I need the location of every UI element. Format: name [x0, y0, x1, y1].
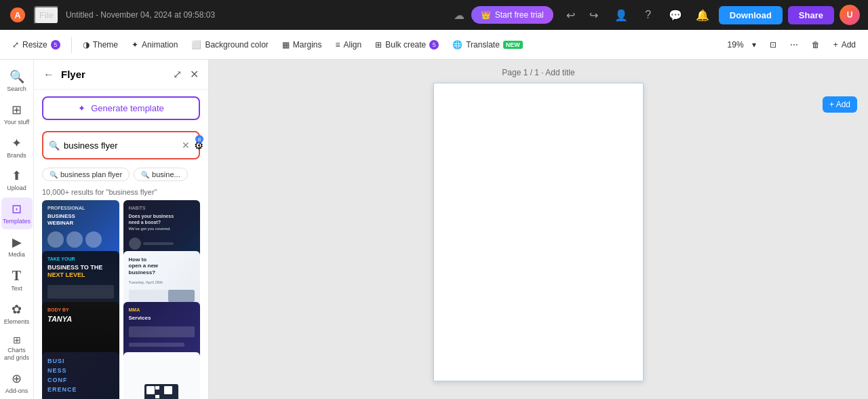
- background-color-button[interactable]: ⬜ Background color: [186, 37, 273, 53]
- margins-button[interactable]: ▦ Margins: [277, 37, 328, 53]
- toolbar-divider-1: [71, 37, 72, 53]
- account-button[interactable]: 👤: [610, 4, 632, 26]
- sidebar-item-elements[interactable]: ✿ Elements: [1, 298, 33, 330]
- suggestion-chip-1[interactable]: 🔍 business plan flyer: [42, 168, 130, 181]
- panel-back-button[interactable]: ←: [42, 67, 56, 82]
- chip-search-icon-2: 🔍: [141, 171, 149, 178]
- theme-icon: ◑: [83, 40, 90, 50]
- redo-button[interactable]: ↪: [583, 4, 605, 26]
- panel-header: ← Flyer ⤢ ✕: [34, 60, 208, 90]
- topbar: A File Untitled - November 04, 2024 at 0…: [0, 0, 868, 30]
- crown-icon: 👑: [481, 10, 491, 20]
- resize-badge: 5: [51, 40, 60, 50]
- generate-template-button[interactable]: ✦ Generate template: [42, 96, 200, 120]
- templates-panel: ← Flyer ⤢ ✕ ✦ Generate template 🔍 ✕ ⚙ 8: [34, 60, 209, 399]
- resize-button[interactable]: ⤢ Resize 5: [7, 37, 66, 53]
- align-icon: ≡: [336, 40, 340, 50]
- share-button[interactable]: Share: [788, 6, 834, 24]
- templates-grid: PROFESSIONAL BUSINESSWEBINAR FREE HABI: [34, 200, 208, 399]
- search-area: 🔍 ✕ ⚙ 8: [34, 127, 208, 164]
- brands-icon: ✦: [12, 136, 22, 151]
- your-stuff-icon: ⊞: [12, 102, 22, 117]
- cloud-sync-icon[interactable]: ☁: [454, 9, 465, 22]
- translate-icon: 🌐: [452, 40, 462, 50]
- main-layout: 🔍 Search ⊞ Your stuff ✦ Brands ⬆ Upload …: [0, 60, 868, 399]
- topbar-actions: ↩ ↪ 👤 ? 💬 🔔 Download Share U: [560, 4, 860, 26]
- translate-button[interactable]: 🌐 Translate NEW: [447, 37, 528, 53]
- generate-icon: ✦: [78, 103, 85, 113]
- page-label: Page 1 / 1 · Add title: [502, 68, 574, 77]
- resize-icon: ⤢: [12, 40, 19, 50]
- theme-button[interactable]: ◑ Theme: [77, 37, 123, 53]
- file-menu[interactable]: File: [34, 6, 59, 24]
- download-button[interactable]: Download: [719, 6, 783, 24]
- search-box: 🔍 ✕ ⚙ 8: [42, 131, 200, 159]
- suggestion-chip-2[interactable]: 🔍 busine...: [134, 168, 188, 181]
- elements-icon: ✿: [12, 302, 22, 317]
- sidebar-item-search[interactable]: 🔍 Search: [1, 65, 33, 97]
- search-icon: 🔍: [9, 69, 24, 84]
- search-clear-button[interactable]: ✕: [182, 140, 190, 151]
- media-icon: ▶: [12, 235, 22, 250]
- svg-text:A: A: [14, 10, 21, 20]
- chip-search-icon: 🔍: [50, 171, 58, 178]
- results-count: 10,000+ results for "business flyer": [34, 185, 208, 200]
- editor-toolbar: ⤢ Resize 5 ◑ Theme ✦ Animation ⬜ Backgro…: [0, 30, 868, 60]
- avatar[interactable]: U: [840, 5, 860, 25]
- canvas-add-button[interactable]: + Add: [823, 96, 857, 113]
- sidebar-item-upload[interactable]: ⬆ Upload: [1, 164, 33, 196]
- sidebar-item-your-stuff[interactable]: ⊞ Your stuff: [1, 98, 33, 130]
- add-button[interactable]: + Add: [828, 37, 861, 53]
- templates-icon: ⊡: [12, 202, 22, 216]
- sidebar-item-templates[interactable]: ⊡ Templates: [1, 197, 33, 229]
- sidebar-item-text[interactable]: T Text: [1, 264, 33, 297]
- document-title: Untitled - November 04, 2024 at 09:58:03: [66, 10, 447, 20]
- template-card[interactable]: BUSI NESS CONF ERENCE FREE: [42, 352, 119, 399]
- filter-count-badge: 8: [195, 135, 203, 143]
- sidebar-item-brands[interactable]: ✦ Brands: [1, 132, 33, 164]
- more-options-button[interactable]: ⋯: [785, 37, 804, 53]
- template-card[interactable]: Scan QR Code FREE: [123, 352, 201, 399]
- bulk-icon: ⊞: [375, 40, 382, 50]
- undo-button[interactable]: ↩: [560, 4, 582, 26]
- zoom-level: 19%: [728, 40, 744, 50]
- comments-button[interactable]: 💬: [665, 4, 686, 26]
- search-filter-button[interactable]: ⚙ 8: [194, 135, 203, 155]
- animation-icon: ✦: [132, 40, 138, 50]
- plus-icon: +: [833, 40, 838, 50]
- search-magnifier-icon: 🔍: [49, 140, 60, 151]
- toolbar-right: ⊡ ⋯ 🗑 + Add: [764, 37, 861, 53]
- margins-icon: ▦: [282, 40, 290, 50]
- sidebar-item-addons[interactable]: ⊕ Add-ons: [1, 367, 33, 399]
- panel-expand-button[interactable]: ⤢: [172, 66, 183, 82]
- start-trial-button[interactable]: 👑 Start free trial: [471, 6, 553, 24]
- align-button[interactable]: ≡ Align: [330, 37, 368, 53]
- sidebar-item-charts[interactable]: ⊞ Charts and grids: [1, 330, 33, 366]
- suggestions-row: 🔍 business plan flyer 🔍 busine...: [34, 164, 208, 185]
- bulk-create-button[interactable]: ⊞ Bulk create 5: [370, 37, 444, 53]
- undo-redo-group: ↩ ↪: [560, 4, 605, 26]
- canvas-page[interactable]: [433, 83, 644, 381]
- upload-icon: ⬆: [12, 168, 22, 183]
- search-input[interactable]: [64, 140, 178, 151]
- charts-icon: ⊞: [13, 335, 21, 345]
- sidebar-item-media[interactable]: ▶ Media: [1, 231, 33, 263]
- delete-button[interactable]: 🗑: [806, 37, 825, 53]
- background-icon: ⬜: [191, 40, 201, 50]
- zoom-control: 19% ▾: [728, 37, 762, 53]
- zoom-dropdown[interactable]: ▾: [747, 37, 762, 53]
- text-icon: T: [12, 268, 21, 284]
- app-logo[interactable]: A: [8, 5, 27, 24]
- animation-button[interactable]: ✦ Animation: [126, 37, 183, 53]
- translate-new-badge: NEW: [503, 41, 523, 49]
- panel-title: Flyer: [61, 69, 166, 80]
- fit-screen-button[interactable]: ⊡: [764, 37, 782, 53]
- bell-button[interactable]: 🔔: [692, 4, 713, 26]
- help-button[interactable]: ?: [637, 4, 659, 26]
- canvas-area: Page 1 / 1 · Add title + Add: [209, 60, 868, 399]
- panel-close-button[interactable]: ✕: [189, 66, 200, 82]
- addons-icon: ⊕: [12, 371, 22, 386]
- sidebar-icons: 🔍 Search ⊞ Your stuff ✦ Brands ⬆ Upload …: [0, 60, 34, 399]
- bulk-badge: 5: [429, 40, 439, 50]
